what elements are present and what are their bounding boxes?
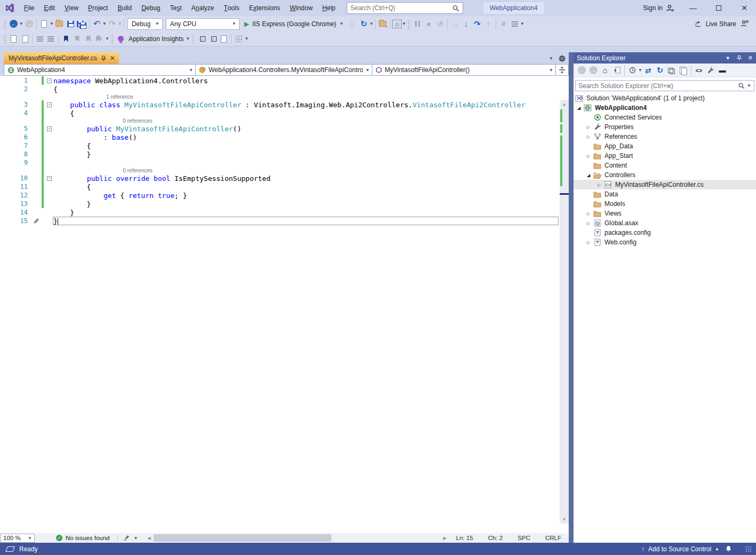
- debug-windows-dropdown[interactable]: ▼: [520, 21, 524, 26]
- increase-indent-button[interactable]: ▸: [45, 33, 57, 45]
- hot-reload-icon[interactable]: ♨: [347, 18, 358, 30]
- commit-all-button[interactable]: ↓: [207, 33, 218, 45]
- send-feedback-icon[interactable]: [741, 20, 749, 28]
- application-insights-button[interactable]: Application Insights: [126, 35, 186, 43]
- resize-grip[interactable]: [745, 546, 752, 552]
- new-file-button[interactable]: [38, 18, 50, 30]
- clear-bookmarks-button[interactable]: ✕: [94, 33, 105, 45]
- save-all-button[interactable]: [76, 18, 87, 30]
- menu-item-help[interactable]: Help: [317, 0, 340, 16]
- tree-item-packages-config[interactable]: packages.config: [574, 228, 756, 237]
- hscroll-left-arrow[interactable]: ◀: [145, 532, 153, 544]
- tree-item-app-start[interactable]: ▷App_Start: [574, 151, 756, 161]
- navigate-backward-button[interactable]: ←: [8, 18, 19, 30]
- menu-item-analyze[interactable]: Analyze: [187, 0, 219, 16]
- menu-item-build[interactable]: Build: [113, 0, 137, 16]
- redo-button[interactable]: ↷: [107, 18, 118, 30]
- se-forward-button[interactable]: →: [587, 65, 599, 76]
- menu-item-extensions[interactable]: Extensions: [244, 0, 285, 16]
- pin-icon[interactable]: [737, 55, 742, 61]
- tree-item-global-asax[interactable]: ▷Global.asax: [574, 218, 756, 228]
- new-window-button[interactable]: ↱: [218, 33, 229, 45]
- tree-item-app-data[interactable]: App_Data: [574, 141, 756, 151]
- start-debugging-dropdown[interactable]: ▼: [339, 21, 344, 26]
- toggle-bookmark-button[interactable]: [60, 33, 71, 45]
- navigate-backward-dropdown[interactable]: ▼: [19, 21, 23, 26]
- fold-collapse-icon[interactable]: −: [47, 78, 52, 83]
- horizontal-scrollbar-thumb[interactable]: [154, 534, 331, 542]
- tree-item-content[interactable]: Content: [574, 161, 756, 170]
- issues-indicator[interactable]: ✓ No issues found: [35, 535, 116, 541]
- menu-item-view[interactable]: View: [60, 0, 83, 16]
- tree-item-webapplication4[interactable]: ◢WebApplication4: [574, 103, 756, 113]
- restart-application-button[interactable]: ↻: [358, 18, 369, 30]
- restart-dropdown[interactable]: ▼: [369, 21, 373, 26]
- code-line-7[interactable]: 7 {: [0, 141, 560, 150]
- expander-icon[interactable]: ◢: [584, 173, 593, 178]
- search-options-dropdown[interactable]: ▼: [747, 83, 751, 88]
- horizontal-scrollbar[interactable]: [154, 533, 440, 543]
- codelens-row[interactable]: 0 references: [0, 167, 560, 174]
- sync-with-active-document-button[interactable]: [611, 65, 623, 76]
- add-to-source-control-button[interactable]: ↓: [196, 33, 207, 45]
- table-layout-button[interactable]: [233, 33, 244, 45]
- expander-icon[interactable]: ▷: [584, 221, 593, 226]
- background-tasks-icon[interactable]: [5, 546, 15, 552]
- code-line-13[interactable]: 13 }: [0, 200, 560, 208]
- filter-dropdown[interactable]: ▼: [638, 68, 642, 73]
- vertical-scrollbar[interactable]: ▲ ▼: [560, 100, 569, 524]
- se-search-input[interactable]: [578, 82, 738, 90]
- show-next-statement-button[interactable]: →: [449, 18, 460, 30]
- close-icon[interactable]: ✕: [748, 54, 753, 61]
- hscroll-right-arrow[interactable]: ▶: [441, 532, 449, 544]
- pending-changes-filter-button[interactable]: [626, 65, 638, 76]
- panel-splitter[interactable]: [569, 52, 574, 543]
- tree-item-models[interactable]: Models: [574, 199, 756, 209]
- quick-search-box[interactable]: [347, 2, 463, 14]
- new-file-dropdown[interactable]: ▼: [50, 21, 54, 26]
- code-line-10[interactable]: 10− public override bool IsEmptySessionS…: [0, 174, 560, 183]
- previous-bookmark-button[interactable]: [71, 33, 83, 45]
- show-all-files-button[interactable]: [678, 65, 689, 76]
- step-into-button[interactable]: ↓: [460, 18, 472, 30]
- restart-debug-button[interactable]: ↺: [434, 18, 445, 30]
- step-out-button[interactable]: ↑: [483, 18, 494, 30]
- view-code-button[interactable]: <>: [693, 65, 705, 76]
- expander-icon[interactable]: ▷: [584, 154, 593, 158]
- close-icon[interactable]: ✕: [110, 54, 115, 62]
- tree-item-controllers[interactable]: ◢Controllers: [574, 170, 756, 180]
- preview-selected-items-button[interactable]: ▬: [717, 65, 728, 76]
- undo-button[interactable]: ↶: [91, 18, 102, 30]
- fold-collapse-icon[interactable]: −: [47, 102, 52, 107]
- bookmarks-dropdown[interactable]: ▼: [105, 36, 109, 41]
- code-line-6[interactable]: 6 : base(): [0, 133, 560, 141]
- split-window-button[interactable]: [556, 64, 569, 76]
- se-back-button[interactable]: ←: [576, 65, 587, 76]
- menu-item-debug[interactable]: Debug: [137, 0, 165, 16]
- start-debugging-button[interactable]: ▶ IIS Express (Google Chrome) ▼: [241, 18, 347, 30]
- application-insights-dropdown[interactable]: ▼: [186, 36, 190, 41]
- tree-item-views[interactable]: ▷Views: [574, 209, 756, 218]
- search-input[interactable]: [351, 4, 452, 12]
- next-bookmark-button[interactable]: [83, 33, 94, 45]
- expander-icon[interactable]: ◢: [575, 106, 583, 110]
- navigate-to-button[interactable]: [8, 33, 19, 45]
- project-dropdown[interactable]: WebApplication4 ▼: [4, 64, 196, 76]
- search-icon[interactable]: [738, 83, 745, 89]
- member-list-button[interactable]: [19, 33, 30, 45]
- step-over-button[interactable]: ↷: [472, 18, 483, 30]
- menu-item-project[interactable]: Project: [83, 0, 113, 16]
- toolbar-grip[interactable]: [192, 34, 194, 44]
- save-button[interactable]: [65, 18, 76, 30]
- code-line-8[interactable]: 8 }: [0, 150, 560, 158]
- tree-item-properties[interactable]: ▷Properties: [574, 122, 756, 132]
- code-line-3[interactable]: 3− public class MyVintasoftFileApiContro…: [0, 100, 560, 109]
- code-line-12[interactable]: 12 get { return true; }: [0, 191, 560, 200]
- undo-dropdown[interactable]: ▼: [102, 21, 107, 26]
- sign-in-button[interactable]: Sign in: [638, 4, 679, 12]
- document-list-dropdown[interactable]: ▼: [549, 56, 553, 61]
- member-dropdown[interactable]: MyVintasoftFileApiController() ▼: [372, 64, 556, 76]
- code-line-15[interactable]: 15}: [0, 217, 560, 225]
- code-line-1[interactable]: 1−namespace WebApplication4.Controllers: [0, 76, 560, 85]
- maximize-button[interactable]: [707, 0, 730, 16]
